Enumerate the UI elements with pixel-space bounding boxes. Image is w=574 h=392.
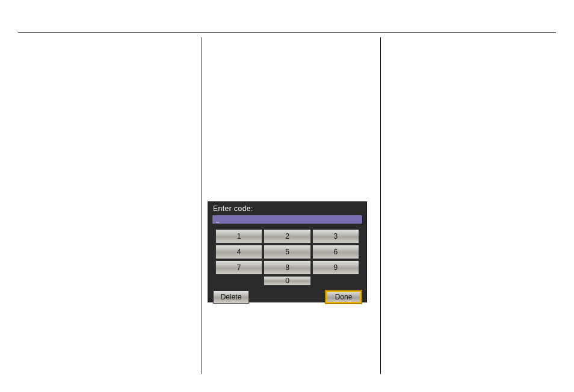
spacer <box>215 276 262 286</box>
key-5[interactable]: 5 <box>264 245 310 259</box>
code-input-display[interactable]: _ <box>212 215 363 224</box>
key-1[interactable]: 1 <box>215 229 262 243</box>
key-6[interactable]: 6 <box>312 245 359 259</box>
done-button[interactable]: Done <box>326 290 362 304</box>
key-9[interactable]: 9 <box>312 260 359 275</box>
column-divider <box>202 37 202 374</box>
column-divider <box>380 37 381 374</box>
number-grid: 1 2 3 4 5 6 7 8 9 <box>212 229 363 275</box>
keypad-panel: Enter code: _ 1 2 3 4 5 6 7 8 9 0 Delete… <box>208 201 367 302</box>
key-4[interactable]: 4 <box>215 245 262 259</box>
horizontal-rule <box>18 32 556 33</box>
zero-row: 0 <box>212 276 363 286</box>
delete-button[interactable]: Delete <box>213 290 249 304</box>
key-3[interactable]: 3 <box>312 229 359 243</box>
key-7[interactable]: 7 <box>215 260 262 275</box>
spacer <box>312 276 359 286</box>
key-0[interactable]: 0 <box>264 276 310 286</box>
prompt-label: Enter code: <box>212 204 363 213</box>
key-8[interactable]: 8 <box>264 260 310 275</box>
action-row: Delete Done <box>212 290 363 304</box>
key-2[interactable]: 2 <box>264 229 310 243</box>
